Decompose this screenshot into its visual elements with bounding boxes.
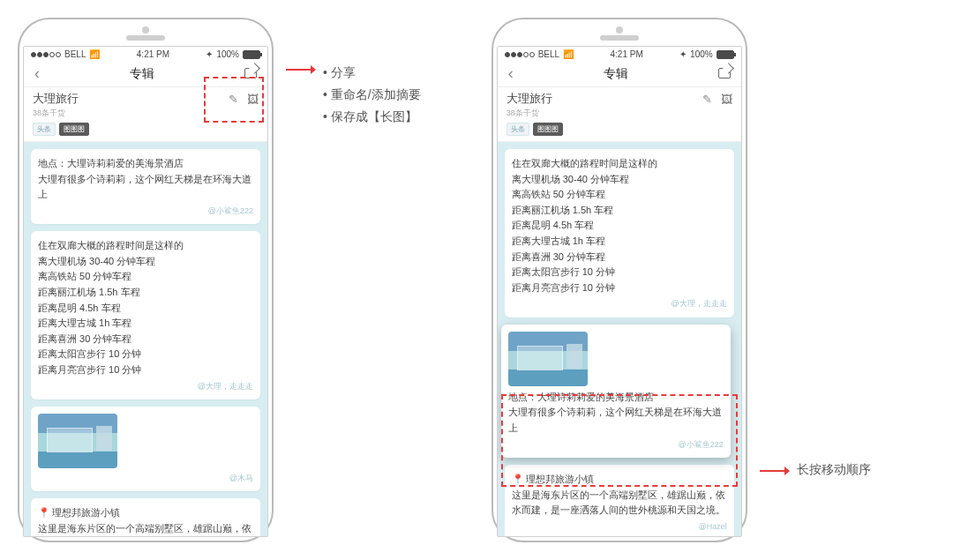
phone-speaker: [126, 35, 165, 41]
card-line: 离高铁站 50 分钟车程: [512, 187, 727, 203]
status-bar: BELL 📶 4:21 PM ✦ 100%: [24, 47, 267, 61]
content-scroll[interactable]: 地点：大理诗莉莉爱的美海景酒店大理有很多个诗莉莉，这个网红天梯是在环海大道上@小…: [24, 142, 267, 536]
battery-pct: 100%: [690, 49, 713, 59]
card-line: 距离太阳宫步行 10 分钟: [38, 347, 253, 362]
status-bar: BELL 📶 4:21 PM ✦ 100%: [498, 47, 741, 61]
card-line: 离大理机场 30-40 分钟车程: [38, 254, 253, 270]
carrier-label: BELL: [538, 49, 559, 59]
collection-title: 大理旅行: [33, 91, 89, 107]
card-line: 距离太阳宫步行 10 分钟: [512, 265, 727, 280]
share-icon: [718, 66, 731, 78]
content-scroll[interactable]: 住在双廊大概的路程时间是这样的离大理机场 30-40 分钟车程离高铁站 50 分…: [498, 142, 741, 536]
card-line: 地点：大理诗莉莉爱的美海景酒店: [38, 156, 253, 172]
stage: BELL 📶 4:21 PM ✦ 100% ‹ 专辑: [18, 18, 935, 542]
anno-drag: 长按移动顺序: [797, 459, 871, 481]
anno-rename: 重命名/添加摘要: [331, 87, 421, 101]
arrow-icon: [286, 62, 316, 76]
battery-icon: [717, 50, 734, 59]
svg-marker-1: [311, 65, 316, 74]
card-line: 这里是海东片区的一个高端别墅区，雄踞山巅，依水而建，是一座洒落人间的世外桃源和天…: [38, 521, 253, 536]
card-line: 离高铁站 50 分钟车程: [38, 269, 253, 285]
signal-icon: [31, 52, 61, 57]
note-card[interactable]: @木马: [31, 407, 260, 491]
note-card[interactable]: 住在双廊大概的路程时间是这样的离大理机场 30-40 分钟车程离高铁站 50 分…: [31, 231, 260, 399]
phone-mockup-left: BELL 📶 4:21 PM ✦ 100% ‹ 专辑: [18, 18, 274, 542]
card-signature: @Hazel: [512, 520, 727, 533]
share-icon: [244, 66, 257, 78]
page-title: 专辑: [604, 66, 628, 82]
back-button[interactable]: ‹: [31, 64, 43, 83]
battery-icon: [243, 50, 260, 59]
pin-icon: 📍: [38, 507, 50, 518]
collection-subtitle: 38条干货: [33, 108, 89, 119]
sub-header: 大理旅行 38条干货 头条 图图图 ✎ 🖼: [24, 87, 267, 142]
nav-bar: ‹ 专辑: [498, 61, 741, 87]
page-title: 专辑: [130, 66, 154, 82]
note-card[interactable]: 地点：大理诗莉莉爱的美海景酒店大理有很多个诗莉莉，这个网红天梯是在环海大道上@小…: [31, 149, 260, 224]
tag-toutiao[interactable]: 头条: [507, 123, 529, 136]
card-line: 距离昆明 4.5h 车程: [38, 301, 253, 317]
note-card[interactable]: 住在双廊大概的路程时间是这样的离大理机场 30-40 分钟车程离高铁站 50 分…: [505, 149, 734, 317]
card-line: 地点：大理诗莉莉爱的美海景酒店: [508, 390, 724, 406]
clock-label: 4:21 PM: [137, 49, 169, 59]
clock-label: 4:21 PM: [611, 49, 643, 59]
card-line: 距离丽江机场 1.5h 车程: [512, 203, 727, 219]
signal-icon: [505, 52, 535, 57]
image-view-button[interactable]: 🖼: [721, 93, 732, 106]
card-line: 住在双廊大概的路程时间是这样的: [38, 238, 253, 254]
tag-tutu[interactable]: 图图图: [533, 123, 563, 136]
carrier-label: BELL: [64, 49, 86, 59]
tag-toutiao[interactable]: 头条: [33, 123, 56, 136]
wifi-icon: 📶: [89, 49, 100, 59]
card-line: 距离大理古城 1h 车程: [38, 316, 253, 332]
back-button[interactable]: ‹: [505, 64, 517, 83]
card-line: 大理有很多个诗莉莉，这个网红天梯是在环海大道上: [508, 405, 724, 436]
card-line: 距离大理古城 1h 车程: [512, 234, 727, 250]
phone-camera: [616, 26, 623, 34]
svg-marker-3: [784, 467, 790, 475]
card-line: 离大理机场 30-40 分钟车程: [512, 172, 727, 188]
right-column: BELL 📶 4:21 PM ✦ 100% ‹ 专辑: [492, 18, 871, 542]
arrow-icon: [760, 463, 790, 477]
card-line: 这里是海东片区的一个高端别墅区，雄踞山巅，依水而建，是一座洒落人间的世外桃源和天…: [512, 488, 727, 519]
battery-pct: 100%: [216, 49, 239, 59]
sub-header: 大理旅行 38条干货 头条 图图图 ✎ 🖼: [498, 87, 741, 142]
card-line: 距离月亮宫步行 10 分钟: [512, 280, 727, 296]
phone-screen: BELL 📶 4:21 PM ✦ 100% ‹ 专辑: [497, 46, 742, 537]
edit-button[interactable]: ✎: [229, 93, 238, 106]
card-thumbnail[interactable]: [508, 332, 588, 386]
anno-save: 保存成【长图】: [331, 109, 417, 123]
tag-tutu[interactable]: 图图图: [59, 123, 89, 136]
note-card[interactable]: 📍理想邦旅游小镇 这里是海东片区的一个高端别墅区，雄踞山巅，依水而建，是一座洒落…: [505, 465, 734, 536]
card-line: 距离丽江机场 1.5h 车程: [38, 285, 253, 301]
bluetooth-icon: ✦: [206, 49, 213, 59]
left-column: BELL 📶 4:21 PM ✦ 100% ‹ 专辑: [18, 18, 421, 542]
phone-mockup-right: BELL 📶 4:21 PM ✦ 100% ‹ 专辑: [492, 18, 747, 542]
image-view-button[interactable]: 🖼: [247, 93, 259, 106]
collection-subtitle: 38条干货: [507, 108, 563, 119]
card-thumbnail[interactable]: [38, 414, 117, 468]
card-line: 大理有很多个诗莉莉，这个网红天梯是在环海大道上: [38, 172, 253, 203]
note-card[interactable]: 📍理想邦旅游小镇 这里是海东片区的一个高端别墅区，雄踞山巅，依水而建，是一座洒落…: [31, 498, 260, 536]
card-line: 📍理想邦旅游小镇: [512, 472, 727, 488]
card-signature: @木马: [38, 472, 253, 484]
phone-screen: BELL 📶 4:21 PM ✦ 100% ‹ 专辑: [23, 46, 268, 537]
pin-icon: 📍: [512, 474, 524, 484]
phone-camera: [142, 26, 149, 34]
card-signature: @小鲨鱼222: [508, 438, 724, 451]
collection-title: 大理旅行: [507, 91, 563, 107]
card-line: 距离喜洲 30 分钟车程: [38, 332, 253, 347]
card-line: 住在双廊大概的路程时间是这样的: [512, 156, 727, 172]
card-line: 📍理想邦旅游小镇: [38, 505, 253, 521]
card-line: 距离喜洲 30 分钟车程: [512, 250, 727, 265]
card-signature: @大理，走走走: [38, 380, 253, 392]
card-signature: @小鲨鱼222: [38, 205, 253, 217]
annotation-right: 长按移动顺序: [760, 79, 871, 481]
anno-share: 分享: [331, 65, 356, 79]
note-card[interactable]: 地点：大理诗莉莉爱的美海景酒店大理有很多个诗莉莉，这个网红天梯是在环海大道上@小…: [501, 325, 731, 458]
share-button[interactable]: [715, 66, 734, 82]
wifi-icon: 📶: [563, 49, 574, 59]
share-button[interactable]: [241, 66, 260, 82]
edit-button[interactable]: ✎: [702, 93, 712, 106]
nav-bar: ‹ 专辑: [24, 61, 267, 87]
